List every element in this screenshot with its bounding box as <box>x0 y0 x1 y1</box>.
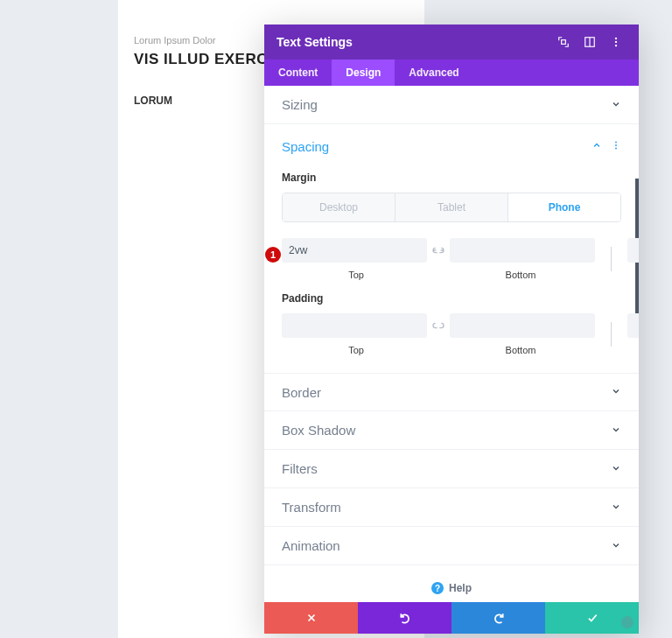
device-tab-desktop[interactable]: Desktop <box>283 193 396 221</box>
padding-top-input[interactable] <box>282 313 427 338</box>
section-label-filters: Filters <box>282 461 611 476</box>
section-sizing[interactable]: Sizing <box>264 86 639 124</box>
svg-point-3 <box>615 38 617 39</box>
padding-left-input[interactable] <box>627 313 639 338</box>
label-left: Left <box>627 270 639 280</box>
margin-left-input[interactable] <box>627 238 639 263</box>
tab-design[interactable]: Design <box>332 60 395 86</box>
chevron-down-icon <box>611 538 621 554</box>
svg-rect-0 <box>562 40 566 45</box>
padding-bottom-input[interactable] <box>450 313 595 338</box>
step-badge-1: 1 <box>265 247 281 263</box>
help-label: Help <box>449 582 472 594</box>
help-button[interactable]: ? Help <box>264 565 639 602</box>
link-icon[interactable] <box>430 246 446 255</box>
chevron-down-icon <box>611 384 621 400</box>
chevron-down-icon <box>611 500 621 515</box>
section-transform[interactable]: Transform <box>264 488 639 527</box>
chevron-down-icon <box>611 423 621 438</box>
section-label-animation: Animation <box>282 538 611 553</box>
cancel-button[interactable] <box>264 602 358 634</box>
panel-body: Sizing Spacing 1 Margin Desktop Tablet P… <box>264 86 639 602</box>
padding-grid: TopBottom LeftRight <box>282 313 621 355</box>
svg-point-4 <box>615 41 617 43</box>
link-icon[interactable] <box>430 321 446 330</box>
label-top: Top <box>282 270 430 280</box>
section-spacing[interactable]: Spacing <box>264 124 639 168</box>
label-bottom: Bottom <box>446 345 595 355</box>
undo-button[interactable] <box>358 602 452 634</box>
help-icon: ? <box>431 582 444 594</box>
divider <box>611 322 612 347</box>
text-settings-panel: Text Settings Content Design Advanced Si… <box>264 25 639 634</box>
padding-heading: Padding <box>282 292 621 305</box>
tab-advanced[interactable]: Advanced <box>395 60 472 86</box>
section-label-box-shadow: Box Shadow <box>282 423 611 438</box>
panel-footer <box>264 602 639 634</box>
resize-handle[interactable] <box>621 616 634 628</box>
section-label-spacing: Spacing <box>282 139 592 154</box>
margin-grid: TopBottom LeftRight <box>282 238 621 280</box>
device-tab-tablet[interactable]: Tablet <box>396 193 508 221</box>
section-label-sizing: Sizing <box>282 97 611 112</box>
margin-bottom-input[interactable] <box>450 238 595 263</box>
section-filters[interactable]: Filters <box>264 450 639 488</box>
chevron-up-icon <box>592 138 602 154</box>
panel-tabs: Content Design Advanced <box>264 60 639 86</box>
svg-point-6 <box>615 142 617 144</box>
label-left: Left <box>627 345 639 355</box>
panel-title: Text Settings <box>276 35 548 49</box>
device-tab-phone[interactable]: Phone <box>508 193 620 221</box>
divider <box>611 247 612 271</box>
margin-heading: Margin <box>282 172 621 184</box>
section-animation[interactable]: Animation <box>264 527 639 565</box>
device-tabs: Desktop Tablet Phone <box>282 193 621 222</box>
expand-icon[interactable] <box>553 32 574 53</box>
margin-top-input[interactable] <box>282 238 427 263</box>
tab-content[interactable]: Content <box>264 60 332 86</box>
redo-button[interactable] <box>452 602 545 634</box>
section-box-shadow[interactable]: Box Shadow <box>264 411 639 450</box>
section-label-border: Border <box>282 385 611 400</box>
section-label-transform: Transform <box>282 500 611 515</box>
more-vertical-icon[interactable] <box>606 32 626 53</box>
svg-point-5 <box>615 45 617 46</box>
section-border[interactable]: Border <box>264 373 639 411</box>
spacing-content: 1 Margin Desktop Tablet Phone TopBottom <box>264 172 639 373</box>
label-top: Top <box>282 345 430 355</box>
panel-header[interactable]: Text Settings <box>264 25 639 60</box>
label-bottom: Bottom <box>446 270 595 280</box>
chevron-down-icon <box>611 461 621 477</box>
svg-point-8 <box>615 148 617 150</box>
spacing-more-icon[interactable] <box>611 138 621 154</box>
chevron-down-icon <box>611 97 621 113</box>
svg-point-7 <box>615 144 617 146</box>
columns-icon[interactable] <box>579 32 600 53</box>
